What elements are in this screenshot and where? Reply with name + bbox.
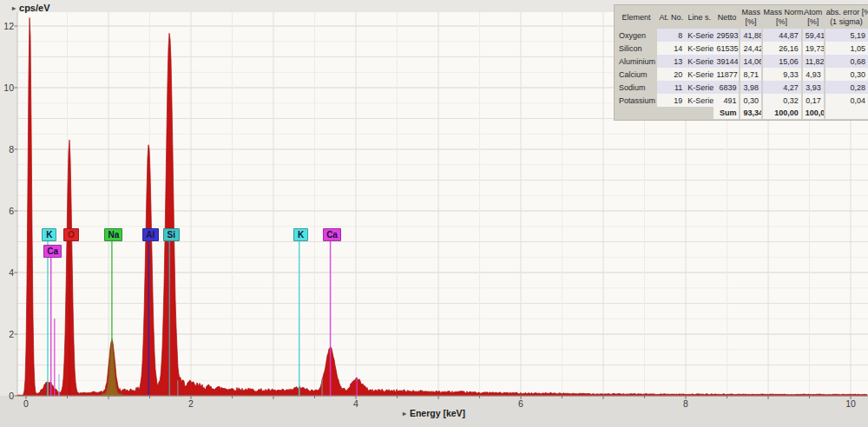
column-header: abs. error [%](1 sigma) xyxy=(825,6,868,29)
value-cell: K-Serie xyxy=(685,94,713,107)
value-cell: 6839 xyxy=(713,81,740,94)
element-label-Calcium[interactable]: Ca xyxy=(323,228,341,241)
y-tick-label: 10 xyxy=(0,82,14,93)
axis-arrow-icon: ▸ xyxy=(12,4,16,12)
y-tick-label: 8 xyxy=(0,144,14,154)
table-row: Potassium19K-Serie4910,300,320,170,04 xyxy=(615,94,868,107)
y-tick-label: 2 xyxy=(0,329,14,339)
element-name-cell: Potassium xyxy=(615,94,657,107)
table-row: Silicon14K-Serie6153524,4226,1619,731,05 xyxy=(615,42,868,55)
value-cell: 0,32 xyxy=(762,94,802,107)
value-cell: K-Serie xyxy=(685,55,713,68)
value-cell: 44,87 xyxy=(762,29,802,42)
sum-value-cell: 93,34 xyxy=(740,107,761,119)
sum-value-cell xyxy=(685,107,713,119)
value-cell: 8 xyxy=(657,29,685,42)
value-cell: 0,30 xyxy=(740,94,761,107)
value-cell: 14,06 xyxy=(740,55,761,68)
value-cell: 8,71 xyxy=(740,68,761,81)
value-cell: 0,04 xyxy=(825,94,868,107)
value-cell: 0,28 xyxy=(825,81,868,94)
value-cell: 39144 xyxy=(713,55,740,68)
sum-value-cell: 100,00 xyxy=(762,107,802,119)
value-cell: 19,73 xyxy=(802,42,825,55)
value-cell: K-Serie xyxy=(685,29,713,42)
table-header-row: ElementAt. No.Line s.NettoMass[%]Mass No… xyxy=(615,6,868,29)
value-cell: 1,05 xyxy=(825,42,868,55)
element-label-Oxygen[interactable]: O xyxy=(63,228,79,241)
column-header: Netto xyxy=(713,6,740,29)
table-row: Calcium20K-Serie118778,719,334,930,30 xyxy=(615,68,868,81)
element-name-cell: Sodium xyxy=(615,81,657,94)
y-tick-label: 6 xyxy=(0,206,14,216)
table-sum-row: Sum93,34100,00100,00 xyxy=(615,107,868,119)
column-header: Line s. xyxy=(685,6,713,29)
y-tick-label: 0 xyxy=(0,391,14,401)
table-row: Sodium11K-Serie68393,984,273,930,28 xyxy=(615,81,868,94)
value-cell: 3,98 xyxy=(740,81,761,94)
value-cell: 0,30 xyxy=(825,68,868,81)
element-label-Potassium[interactable]: K xyxy=(293,228,308,241)
value-cell: K-Serie xyxy=(685,42,713,55)
value-cell: 24,42 xyxy=(740,42,761,55)
value-cell: 19 xyxy=(657,94,685,107)
value-cell: 14 xyxy=(657,42,685,55)
value-cell: 11 xyxy=(657,81,685,94)
element-name-cell: Oxygen xyxy=(615,29,657,42)
sum-value-cell xyxy=(657,107,685,119)
value-cell: 4,93 xyxy=(802,68,825,81)
value-cell: 0,68 xyxy=(825,55,868,68)
column-header: Mass Norm.[%] xyxy=(762,6,802,29)
element-label-Aluminium[interactable]: Al xyxy=(142,228,159,241)
axis-arrow-icon: ▸ xyxy=(403,410,406,417)
element-label-Sodium[interactable]: Na xyxy=(104,228,122,241)
value-cell: 20 xyxy=(657,68,685,81)
element-label-Calcium[interactable]: Ca xyxy=(43,245,62,258)
value-cell: 3,93 xyxy=(802,81,825,94)
value-cell: 41,88 xyxy=(740,29,761,42)
value-cell: 15,06 xyxy=(762,55,802,68)
value-cell: 491 xyxy=(713,94,740,107)
value-cell: 0,17 xyxy=(802,94,825,107)
y-tick-label: 12 xyxy=(0,21,14,31)
sum-value-cell xyxy=(615,107,657,119)
quantification-table: ElementAt. No.Line s.NettoMass[%]Mass No… xyxy=(614,4,868,121)
column-header: At. No. xyxy=(657,6,685,29)
x-axis-title: ▸Energy [keV] xyxy=(0,408,868,418)
y-axis-title-text: cps/eV xyxy=(19,3,49,13)
sum-label-cell: Sum xyxy=(713,107,740,119)
table-row: Aluminium13K-Serie3914414,0615,0611,820,… xyxy=(615,55,868,68)
element-name-cell: Aluminium xyxy=(615,55,657,68)
eds-spectrum-window: 121086420 0246810 ▸cps/eV ▸Energy [keV] … xyxy=(0,0,868,427)
value-cell: 9,33 xyxy=(762,68,802,81)
value-cell: 59,41 xyxy=(802,29,825,42)
column-header: Element xyxy=(615,6,657,29)
y-tick-label: 4 xyxy=(0,267,14,278)
value-cell: 26,16 xyxy=(762,42,802,55)
y-axis-title: ▸cps/eV xyxy=(12,3,49,13)
column-header: Atom[%] xyxy=(802,6,825,29)
element-label-Potassium[interactable]: K xyxy=(42,228,56,241)
value-cell: 29593 xyxy=(713,29,740,42)
element-name-cell: Silicon xyxy=(615,42,657,55)
table-row: Oxygen8K-Serie2959341,8844,8759,415,19 xyxy=(615,29,868,42)
element-name-cell: Calcium xyxy=(615,68,657,81)
value-cell: 61535 xyxy=(713,42,740,55)
value-cell: 13 xyxy=(657,55,685,68)
sum-value-cell: 100,00 xyxy=(802,107,825,119)
value-cell: K-Serie xyxy=(685,81,713,94)
x-axis-title-text: Energy [keV] xyxy=(410,408,465,418)
value-cell: 4,27 xyxy=(762,81,802,94)
value-cell: 11877 xyxy=(713,68,740,81)
value-cell: 5,19 xyxy=(825,29,868,42)
value-cell: 11,82 xyxy=(802,55,825,68)
element-label-Silicon[interactable]: Si xyxy=(163,228,180,241)
sum-value-cell xyxy=(825,107,868,119)
column-header: Mass[%] xyxy=(740,6,761,29)
value-cell: K-Serie xyxy=(685,68,713,81)
